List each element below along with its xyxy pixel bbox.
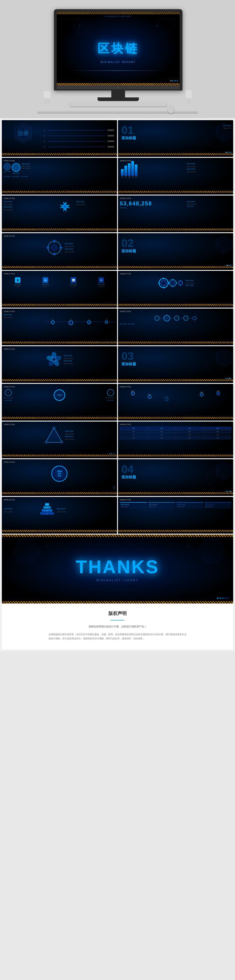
slide-chapter3: 03 添加标题	[118, 346, 233, 383]
svg-text:企业文化: 企业文化	[52, 360, 56, 361]
slide-chapter2-content: 02 添加标题	[118, 233, 233, 270]
warning-stripe-top	[57, 12, 180, 14]
svg-marker-66	[46, 428, 62, 442]
circles-chain-text: 标题文本标题 标题文本标题	[120, 323, 231, 325]
slide-chapter1: 01 添加标题 标题文本标题 请替换文字内容	[118, 120, 233, 157]
icons-row-stripe	[2, 304, 117, 306]
svg-point-26	[60, 206, 62, 207]
bubble-2: 标题文本标题	[12, 163, 21, 174]
slide-chapter4: 04 添加标题	[118, 459, 233, 496]
text-cols-stripe	[118, 530, 233, 532]
svg-point-32	[53, 253, 56, 255]
monitor-section: MINIMALIST REPORT 区块链 MINIMALIST REPORT	[0, 0, 235, 118]
triangle-text: 标题文本标题 标题文本内容添加 标题文本标题 标题文本内容添加	[65, 430, 74, 440]
monitor-bottom-bezel: 	[57, 86, 180, 89]
gears-stripe	[118, 304, 233, 306]
slide-timeline: 请替换文字内容 标题文本标题 标题文本内容添加 01	[2, 309, 117, 345]
svg-rect-43	[163, 287, 164, 288]
svg-text:03: 03	[45, 443, 45, 443]
dot-2	[172, 80, 173, 81]
svg-rect-42	[163, 278, 164, 279]
svg-point-12	[156, 25, 157, 26]
slide-flower-content: 请替换文字内容 企业文化 标题文本标题	[2, 346, 117, 383]
svg-rect-23	[64, 205, 67, 208]
svg-point-93	[187, 546, 188, 547]
svg-point-29	[52, 245, 57, 250]
bignumber-right: 标题文本标题 标题文本内容添加 标题文本标题	[187, 201, 231, 208]
slide-chapter1-content: 01 添加标题 标题文本标题 请替换文字内容	[118, 120, 233, 157]
ch1-content: 01 添加标题	[121, 125, 136, 141]
monitor-display: MINIMALIST REPORT 区块链 MINIMALIST REPORT	[57, 12, 180, 86]
flower-svg: 企业文化	[46, 352, 62, 368]
desk-item-2	[44, 99, 50, 104]
toc-item-3: 3 添加标题	[44, 140, 114, 142]
text-col-4: 标题文本标题 标题文本内容添加	[204, 502, 231, 508]
svg-point-47	[171, 281, 175, 285]
progress-dots	[170, 80, 178, 81]
bar-chart: 01 02 03 04	[120, 163, 185, 179]
slide-pyramid-content: 请替换文字内容 标题文本标题 标题文本内容添加	[2, 497, 117, 534]
slide-flower: 请替换文字内容 企业文化 标题文本标题	[2, 346, 117, 383]
slide-icons-content: 请替换文字内容 📱 标题文本标题 标题文本内容添加 🖥 标	[2, 271, 117, 308]
slides-row-4: 请替换文字内容	[2, 233, 233, 270]
triangle-stripe	[2, 455, 117, 457]
table-row-1: 内容 内容 内容 内容	[120, 430, 231, 433]
toc-item-2: 2 添加标题	[44, 135, 114, 137]
circular-stripe	[2, 266, 117, 268]
icon-item-4: ⚙ 标题文本标题 标题文本内容添加	[98, 277, 105, 288]
slide-text-cols: 请替换文字内容 标题文本标题 标题文本内容添加 标题文本标题 标题文本内容添加 …	[118, 497, 233, 534]
puzzle-stripe	[2, 229, 117, 231]
node-left: 01 标题文本标题	[4, 389, 13, 401]
slide-toc-content: 目录 1 添加标题 2 添加标题	[2, 120, 117, 157]
steps-stripe	[118, 417, 233, 419]
puzzle-layout: 标题文本标题 标题文本内容添加 标题文本标题 标题文本内容添加	[4, 201, 115, 212]
bar-chart-wrapper: 01 02 03 04	[120, 163, 185, 179]
puzzle-icon-wrap	[56, 201, 75, 212]
table-layout: 标题 标题 标题 标题 内容 内容 内容 内容 内容 内容	[120, 427, 231, 439]
svg-point-53	[179, 282, 182, 285]
table-row-3: 内容 内容 内容 内容	[120, 437, 231, 439]
svg-text:目录: 目录	[17, 130, 29, 137]
gears-text: 标题文本标题 标题文本内容添加 标题文本标题	[186, 280, 195, 286]
slide-barchart-content: 请替换文字内容 01 02	[118, 158, 233, 194]
text-col-2: 标题文本标题 标题文本内容添加	[148, 502, 175, 508]
slide-steps: 请替换文字内容 Step 1 1 Step 2 2	[118, 384, 233, 421]
triangle-layout: 01 02 03 标题文本标题 标题文本内容添加 标题文本标题 标题文本内容添加	[4, 427, 115, 443]
slide-2a-header: 请替换文字内容	[4, 160, 115, 162]
text-block-2a: 标题文本标题 标题文本内容添加 标题文本内容添加	[22, 163, 115, 169]
dot-3	[174, 80, 175, 81]
circle-text-layout: 请替换 文字 内容 5	[4, 466, 115, 482]
svg-text:03: 03	[47, 511, 48, 511]
circular-diagram-svg: 01 02 03 04	[45, 239, 64, 257]
slide-gears-content: 请替换文字内容	[118, 271, 233, 308]
slide-nodes: 请替换文字内容 01 标题文本标题 LOGO	[2, 384, 117, 421]
circles-chain-stripe	[118, 342, 233, 344]
svg-rect-54	[180, 280, 181, 281]
svg-text:02: 02	[63, 443, 63, 443]
slide-pyramid: 请替换文字内容 标题文本标题 标题文本内容添加	[2, 497, 117, 534]
thanks-top-stripe	[2, 535, 233, 537]
thanks-slide: THANKS MINIMALIST rePORT	[2, 535, 233, 603]
svg-rect-44	[158, 282, 160, 284]
svg-text:01: 01	[54, 239, 55, 240]
slide-circles-chain: 请替换文字内容 01 02 03 04	[118, 309, 233, 345]
svg-point-27	[68, 206, 70, 207]
ch3-warning-stripe	[118, 379, 233, 381]
dot-4	[175, 80, 176, 81]
nodes-stripe	[2, 417, 117, 419]
svg-text:01: 01	[47, 504, 48, 505]
slide-circle-text-content: 请替换文字内容 请替换 文字 内容 5	[2, 459, 117, 496]
slide-toc: 目录 1 添加标题 2 添加标题	[2, 120, 117, 157]
keyboard	[70, 102, 167, 107]
barchart-text: 标题文本标题 标题文本内容添加 标题文本标题 标题文本内容添加	[187, 163, 231, 179]
copyright-slide: 版权声明 感谢您使用我们的设计方案，定制设计请联系产品！ 本模板版权归原作者所有…	[2, 603, 233, 649]
slides-row-5: 请替换文字内容 📱 标题文本标题 标题文本内容添加 🖥 标	[2, 271, 233, 308]
svg-point-31	[60, 247, 62, 249]
slide-triangle-content: 请替换文字内容 01 02 03	[2, 422, 117, 458]
ch2-content: 02 添加标题	[121, 238, 136, 254]
slide-circular-content: 请替换文字内容	[2, 233, 117, 270]
ch2-warning-stripe	[118, 266, 233, 268]
monitor-neck	[111, 91, 125, 97]
slide-chapter2: 02 添加标题	[118, 233, 233, 270]
triangle-blue-circles	[110, 453, 115, 454]
